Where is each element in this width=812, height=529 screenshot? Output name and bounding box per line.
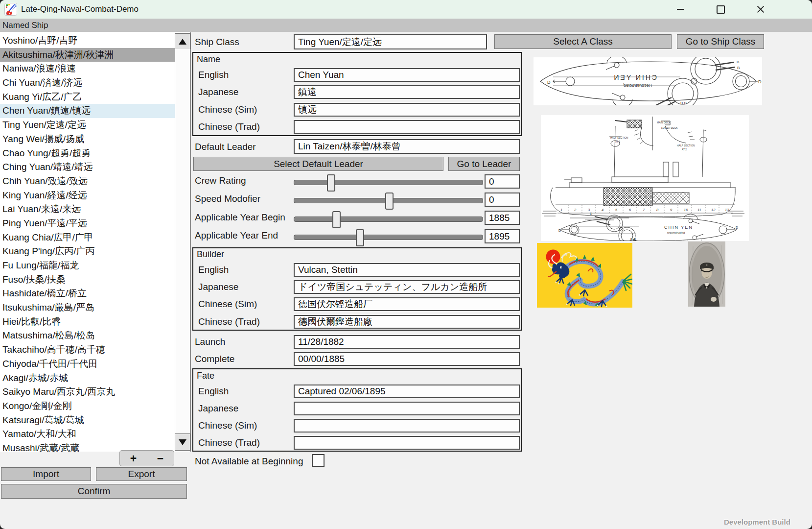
ship-list-item[interactable]: Ting Yuen/定遠/定远 [0, 118, 175, 132]
ship-list-item[interactable]: Akitsushima/秋津洲/秋津洲 [0, 48, 175, 62]
name-japanese-label: Japanese [198, 87, 238, 97]
fate-chinese-trad-field[interactable] [294, 436, 520, 450]
fate-japanese-field[interactable] [294, 402, 520, 415]
section-header: Named Ship [0, 19, 812, 32]
svg-text:1: 1 [560, 208, 562, 212]
ship-list-item[interactable]: Hiei/比叡/比睿 [0, 315, 175, 329]
launch-field[interactable] [294, 335, 520, 349]
plan-bottom-d-left: D [558, 229, 561, 232]
ship-list-item[interactable]: Lai Yuan/来遠/来远 [0, 202, 175, 216]
ship-class-field[interactable] [294, 34, 487, 49]
speed-modifier-slider-handle[interactable] [385, 192, 394, 210]
svg-text:5: 5 [615, 208, 618, 212]
ship-list-item[interactable]: Chao Yung/超勇/超勇 [0, 146, 175, 161]
ship-list-item[interactable]: Yang Wei/揚威/扬威 [0, 132, 175, 146]
year-begin-slider-handle[interactable] [332, 211, 341, 228]
ship-list-item[interactable]: Chi Yuan/済遠/济远 [0, 76, 175, 90]
speed-modifier-value[interactable] [485, 192, 520, 207]
name-chinese-sim-field[interactable] [294, 103, 520, 117]
year-begin-value[interactable] [485, 211, 520, 225]
crew-rating-slider[interactable] [294, 180, 483, 185]
crew-rating-slider-handle[interactable] [327, 174, 335, 192]
svg-text:13: 13 [725, 208, 729, 212]
add-remove-panel: + − [119, 450, 174, 466]
crew-rating-value[interactable] [485, 174, 520, 189]
launch-label: Launch [195, 337, 225, 347]
ship-list-item[interactable]: Fu Lung/福龍/福龙 [0, 259, 175, 273]
ship-list-item[interactable]: Katsuragi/葛城/葛城 [0, 413, 175, 428]
year-end-value[interactable] [485, 229, 520, 243]
ship-list-item[interactable]: Kuang Chia/広甲/广甲 [0, 231, 175, 245]
ship-list-item[interactable]: Naniwa/浪速/浪速 [0, 62, 175, 76]
not-available-checkbox[interactable] [312, 454, 325, 467]
confirm-button[interactable]: Confirm [1, 484, 187, 499]
plan-bottom-subtitle: reconstructed [667, 231, 685, 234]
ship-list-item[interactable]: Takachiho/高千穂/高千穂 [0, 343, 175, 357]
remove-ship-button[interactable]: − [152, 451, 168, 466]
ship-plan-top-svg: D D B B B B CHIN YEN Reconstructed [534, 57, 762, 105]
speed-modifier-slider[interactable] [294, 198, 483, 203]
plan-top-title: CHIN YEN [612, 73, 657, 81]
ship-list-item[interactable]: Chen Yuan/鎮遠/镇远 [0, 104, 175, 118]
ship-list-item[interactable]: Hashidate/橋立/桥立 [0, 287, 175, 301]
name-chinese-trad-field[interactable] [294, 120, 520, 134]
fate-legend: Fate [197, 371, 214, 381]
builder-japanese-label: Japanese [198, 282, 238, 292]
maximize-button[interactable] [713, 2, 728, 17]
ship-list-item[interactable]: Ching Yuan/靖遠/靖远 [0, 160, 175, 174]
import-button[interactable]: Import [1, 467, 91, 481]
name-english-field[interactable] [294, 68, 520, 82]
ship-list-item[interactable]: Fuso/扶桑/扶桑 [0, 273, 175, 287]
scroll-down-button[interactable] [175, 433, 190, 451]
minimize-button[interactable] [673, 2, 688, 17]
scroll-up-icon [179, 39, 186, 45]
export-button[interactable]: Export [96, 467, 187, 481]
ship-list-item[interactable]: Chih Yuan/致遠/致远 [0, 174, 175, 189]
builder-chinese-trad-field[interactable] [294, 315, 520, 329]
ship-list-item[interactable]: Yamato/大和/大和 [0, 427, 175, 441]
app-window: Late-Qing-Naval-Combat-Demo Named Ship Y… [0, 0, 812, 529]
year-end-label: Applicable Year End [195, 230, 278, 241]
ship-list-item[interactable]: Yoshino/吉野/吉野 [0, 34, 175, 48]
not-available-label: Not Available at Beginning [195, 456, 303, 467]
name-japanese-field[interactable] [294, 85, 520, 99]
fate-chinese-sim-field[interactable] [294, 419, 520, 433]
ship-list-item[interactable]: Matsushima/松島/松岛 [0, 329, 175, 343]
ship-list-item[interactable]: Kongo/金剛/金刚 [0, 399, 175, 413]
svg-text:10: 10 [684, 208, 688, 212]
close-button[interactable] [753, 2, 768, 17]
ship-list-item[interactable]: King Yuan/経遠/经远 [0, 189, 175, 203]
goto-leader-button[interactable]: Go to Leader [448, 157, 520, 171]
add-ship-button[interactable]: + [125, 451, 141, 466]
year-end-slider[interactable] [294, 235, 483, 240]
svg-text:12: 12 [711, 208, 716, 212]
goto-ship-class-button[interactable]: Go to Ship Class [677, 34, 764, 49]
select-class-button[interactable]: Select A Class [494, 34, 672, 49]
ship-list-item[interactable]: Kuang Yi/広乙/广乙 [0, 90, 175, 104]
default-leader-field[interactable] [294, 139, 520, 154]
builder-english-field[interactable] [294, 263, 520, 277]
complete-field[interactable] [294, 352, 520, 366]
scrollbar-track[interactable] [175, 49, 190, 433]
fate-english-label: English [198, 386, 229, 397]
fate-chinese-sim-label: Chinese (Sim) [198, 420, 257, 431]
fate-english-field[interactable] [294, 385, 520, 398]
builder-chinese-sim-field[interactable] [294, 297, 520, 311]
scroll-up-button[interactable] [175, 33, 190, 50]
ship-list-item[interactable]: Chiyoda/千代田/千代田 [0, 357, 175, 371]
ship-plan-top-image: D D B B B B CHIN YEN Reconstructed [534, 57, 762, 105]
builder-japanese-field[interactable] [294, 280, 520, 294]
year-end-slider-handle[interactable] [356, 229, 364, 246]
ship-list-item[interactable]: Kuang P'ing/広丙/广丙 [0, 244, 175, 259]
ship-list-item[interactable]: Saikyo Maru/西京丸/西京丸 [0, 385, 175, 399]
select-default-leader-button[interactable]: Select Default Leader [193, 157, 443, 171]
year-begin-slider[interactable] [294, 216, 483, 222]
ship-list-item[interactable]: Itsukushima/厳島/严岛 [0, 301, 175, 315]
ship-list-item[interactable]: Akagi/赤城/赤城 [0, 371, 175, 385]
elev-main-deck-label: MAIN DECK [657, 121, 671, 124]
ship-class-label: Ship Class [195, 37, 239, 48]
plan-top-d-right: D [758, 79, 762, 84]
crew-rating-label: Crew Rating [195, 175, 246, 186]
svg-text:6: 6 [629, 208, 631, 212]
ship-list-item[interactable]: Ping Yuen/平遠/平远 [0, 216, 175, 231]
